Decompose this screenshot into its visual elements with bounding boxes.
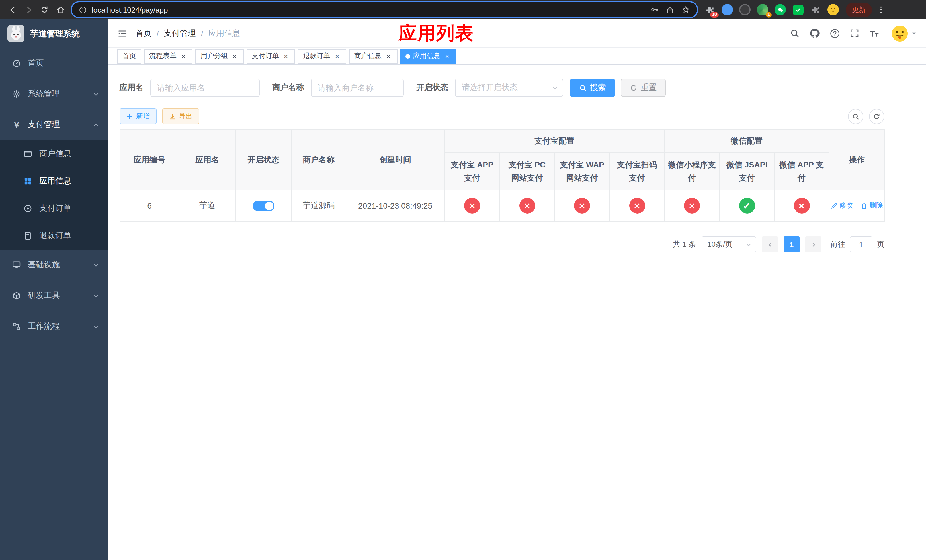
delete-button[interactable]: 删除 (861, 201, 883, 210)
merchant-card-icon (23, 149, 33, 158)
page-number-button[interactable]: 1 (784, 236, 800, 252)
reset-button[interactable]: 重置 (621, 79, 666, 97)
breadcrumb-home[interactable]: 首页 (136, 28, 151, 38)
tab-close-icon[interactable] (282, 52, 290, 60)
logo-rabbit-icon (8, 25, 24, 42)
breadcrumb: 首页 支付管理 应用信息 (136, 28, 240, 38)
extension-badge: 10 (710, 12, 719, 18)
extension-puzzle-icon[interactable]: 10 (704, 4, 715, 15)
tab-process-form[interactable]: 流程表单 (144, 49, 192, 64)
col-wechat-mini: 微信小程序支付 (664, 152, 720, 190)
extension-puzzle2-icon[interactable] (810, 4, 821, 15)
extension-colorful-icon[interactable]: 1 (757, 4, 768, 15)
col-group-wechat: 微信配置 (664, 130, 829, 152)
filter-form: 应用名 商户名称 开启状态 请选择开启状态 (120, 79, 884, 97)
col-app-name: 应用名 (179, 130, 236, 190)
sidebar-item-infra[interactable]: 基础设施 (0, 250, 108, 280)
extension-wechat-icon[interactable] (775, 4, 786, 15)
fullscreen-icon[interactable] (850, 29, 859, 38)
goto-label: 前往 (830, 239, 845, 250)
tab-app-info[interactable]: 应用信息 (400, 49, 456, 64)
tab-pay-order[interactable]: 支付订单 (247, 49, 295, 64)
bookmark-star-icon[interactable] (681, 5, 690, 14)
sidebar-item-dev-tools[interactable]: 研发工具 (0, 280, 108, 311)
table-row: 6 芋道 芋道源码 2021-10-23 08:49:25 × × × (120, 190, 885, 221)
goto-page-input[interactable] (850, 236, 873, 252)
chevron-down-icon (552, 85, 558, 91)
user-menu[interactable] (891, 25, 917, 42)
breadcrumb-section[interactable]: 支付管理 (164, 28, 196, 38)
extension-blue-icon[interactable] (722, 4, 733, 15)
sidebar-item-payment[interactable]: ¥ 支付管理 (0, 109, 108, 140)
site-info-icon[interactable] (79, 5, 87, 14)
sidebar-item-workflow[interactable]: 工作流程 (0, 311, 108, 342)
tab-close-icon[interactable] (443, 52, 451, 60)
sidebar-item-pay-order[interactable]: 支付订单 (0, 195, 108, 222)
col-alipay-qr: 支付宝扫码支付 (610, 152, 664, 190)
reload-icon[interactable] (36, 2, 52, 17)
password-key-icon[interactable] (650, 5, 659, 14)
col-alipay-pc: 支付宝 PC 网站支付 (500, 152, 554, 190)
toggle-search-icon[interactable] (848, 109, 863, 124)
col-group-alipay: 支付宝配置 (445, 130, 664, 152)
alipay-app-status-icon: × (464, 198, 480, 213)
refresh-table-icon[interactable] (869, 109, 884, 124)
sidebar-item-system[interactable]: 系统管理 (0, 79, 108, 109)
chevron-up-icon (93, 122, 99, 128)
forward-icon[interactable] (21, 2, 36, 17)
avatar (891, 25, 908, 42)
tab-close-icon[interactable] (384, 52, 392, 60)
sidebar-item-refund-order[interactable]: 退款订单 (0, 222, 108, 250)
home-icon[interactable] (52, 2, 68, 17)
extension-green-icon[interactable] (792, 4, 803, 15)
export-button[interactable]: 导出 (162, 108, 199, 124)
col-wechat-jsapi: 微信 JSAPI 支付 (720, 152, 774, 190)
extension-emoji-icon[interactable] (828, 4, 839, 15)
app-name-input[interactable] (150, 79, 260, 97)
refresh-icon (630, 84, 637, 91)
col-created: 创建时间 (346, 130, 445, 190)
share-icon[interactable] (666, 5, 674, 14)
browser-update-button[interactable]: 更新 (846, 3, 872, 17)
search-button[interactable]: 搜索 (570, 79, 615, 97)
sidebar-item-merchant-info[interactable]: 商户信息 (0, 140, 108, 168)
monitor-icon (11, 260, 22, 269)
browser-menu-icon[interactable] (876, 5, 885, 14)
address-bar[interactable]: localhost:1024/pay/app (72, 2, 697, 17)
sidebar-item-home[interactable]: 首页 (0, 48, 108, 79)
sidebar: 芋道管理系统 首页 系统管理 ¥ 支付管理 (0, 20, 108, 560)
status-select[interactable]: 请选择开启状态 (455, 79, 563, 97)
extension-badge: 1 (766, 12, 772, 18)
tab-close-icon[interactable] (333, 52, 341, 60)
help-icon[interactable] (830, 28, 840, 38)
app-logo[interactable]: 芋道管理系统 (0, 20, 108, 48)
tab-merchant-info[interactable]: 商户信息 (349, 49, 398, 64)
status-toggle[interactable] (253, 200, 274, 211)
font-size-icon[interactable] (869, 28, 879, 38)
tab-close-icon[interactable] (179, 52, 188, 60)
page-size-select[interactable]: 10条/页 (702, 236, 756, 252)
cube-icon (11, 291, 22, 300)
search-icon (579, 84, 587, 91)
tab-home[interactable]: 首页 (117, 49, 141, 64)
tab-refund-order[interactable]: 退款订单 (298, 49, 346, 64)
edit-button[interactable]: 修改 (831, 201, 853, 210)
tab-close-icon[interactable] (231, 52, 239, 60)
col-alipay-app: 支付宝 APP 支付 (445, 152, 500, 190)
github-icon[interactable] (809, 28, 820, 39)
tab-user-group[interactable]: 用户分组 (195, 49, 244, 64)
merchant-name-input[interactable] (311, 79, 404, 97)
back-icon[interactable] (5, 2, 21, 17)
search-icon[interactable] (790, 29, 800, 38)
sidebar-item-app-info[interactable]: 应用信息 (0, 168, 108, 195)
extensions-cluster: 10 1 (704, 4, 839, 15)
add-button[interactable]: 新增 (120, 108, 157, 124)
alipay-wap-status-icon: × (574, 198, 590, 213)
pencil-icon (831, 202, 837, 209)
next-page-button[interactable] (805, 236, 821, 252)
prev-page-button[interactable] (762, 236, 778, 252)
extension-dark-icon[interactable] (739, 4, 750, 15)
url-text: localhost:1024/pay/app (92, 5, 650, 14)
sidebar-collapse-icon[interactable] (117, 28, 127, 38)
breadcrumb-separator (157, 29, 159, 38)
